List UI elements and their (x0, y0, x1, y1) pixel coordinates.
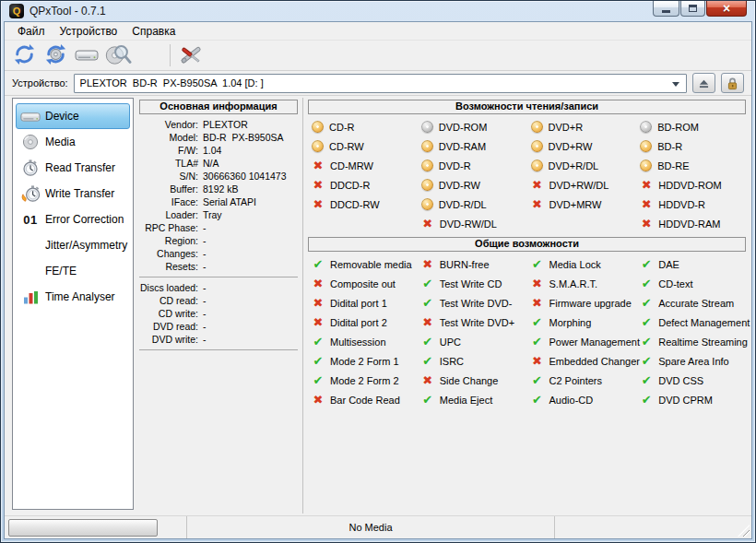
device-combobox[interactable]: PLEXTOR BD-R PX-B950SA 1.04 [D: ] (74, 74, 687, 93)
status-message-cell: No Media (187, 516, 555, 538)
capability-label: DVD+R (549, 122, 584, 133)
capability-label: DVD CSS (658, 375, 703, 386)
capability-item: ✖DVD-RW/DL (418, 214, 527, 233)
cross-icon: ✖ (312, 277, 325, 290)
check-icon: ✔ (640, 336, 653, 348)
info-row: TLA#N/A (139, 157, 298, 170)
info-row-label: Vendor: (139, 119, 198, 130)
capability-label: Media Eject (440, 395, 492, 406)
capability-item: ✖Didital port 1 (308, 293, 418, 313)
info-row: DVD write:- (139, 333, 298, 346)
sidebar-item-write-transfer[interactable]: Write Transfer (16, 181, 130, 207)
status-bar: No Media (5, 515, 751, 538)
capability-label: Firmware upgrade (549, 298, 632, 309)
info-row-value: - (203, 222, 207, 233)
sidebar-item-label: Time Analyser (45, 290, 115, 303)
capability-label: Morphing (549, 317, 592, 328)
disc-readonly-icon (640, 121, 652, 133)
window-title: QPxTool - 0.7.1 (30, 5, 106, 18)
check-icon: ✔ (640, 374, 653, 387)
capability-item: ✖DVD+MRW (527, 195, 637, 214)
rescan-bus-button[interactable] (8, 41, 40, 69)
info-row-value: - (203, 321, 207, 332)
preferences-button[interactable] (175, 41, 207, 69)
info-row: RPC Phase:- (139, 221, 298, 234)
menu-device[interactable]: Устройство (53, 23, 125, 40)
app-icon-letter: Q (13, 6, 21, 17)
capability-item: ✖Bar Code Read (308, 390, 418, 409)
minimize-button[interactable] (653, 1, 679, 17)
info-row-value: 30666360 1041473 (203, 171, 287, 182)
device-selector-row: Устройство: PLEXTOR BD-R PX-B950SA 1.04 … (5, 71, 751, 96)
window-controls: × (652, 1, 747, 17)
info-row-label: Region: (139, 235, 198, 246)
sidebar-item-read-transfer[interactable]: Read Transfer (16, 155, 130, 181)
capability-label: CD-MRW (330, 160, 373, 171)
info-row-value: BD-R PX-B950SA (203, 132, 284, 143)
drive-button[interactable] (71, 41, 102, 69)
cross-icon: ✖ (421, 218, 434, 230)
info-row: Changes:- (139, 247, 298, 260)
capability-label: BD-R (657, 141, 682, 152)
lock-button[interactable] (721, 73, 744, 93)
menu-help[interactable]: Справка (124, 23, 183, 40)
capability-item: ✔Test Write DVD- (418, 293, 527, 313)
info-row-label: DVD write: (139, 334, 198, 345)
update-media-button[interactable] (40, 41, 71, 69)
sidebar-item-time-analyser[interactable]: Time Analyser (16, 284, 130, 310)
sidebar-item-jitter-asymmetry[interactable]: Jitter/Asymmetry (16, 232, 130, 258)
capability-label: DVD+MRW (549, 199, 602, 210)
digits-01-icon: 01 (20, 213, 41, 227)
capability-item: ✔Removable media (308, 254, 418, 274)
toolbar-separator (170, 44, 171, 66)
capability-label: Defect Management (658, 317, 750, 328)
info-row-value: - (203, 308, 207, 319)
maximize-button[interactable] (680, 1, 705, 17)
capability-label: Didital port 2 (330, 317, 387, 328)
capability-column: ✖BURN-free✔Test Write CD✔Test Write DVD-… (418, 254, 527, 409)
resize-grip[interactable] (738, 525, 750, 537)
sidebar-item-media[interactable]: Media (16, 129, 130, 155)
capability-label: UPC (440, 336, 461, 348)
check-icon: ✔ (640, 277, 653, 290)
check-icon: ✔ (312, 258, 325, 271)
sidebar-item-label: Device (45, 110, 79, 123)
capability-label: DVD-R (439, 160, 471, 171)
capability-label: BURN-free (440, 259, 490, 270)
capability-item: ✖HDDVD-R (636, 195, 746, 214)
titlebar[interactable]: Q QPxTool - 0.7.1 × (4, 1, 752, 21)
capability-label: DDCD-RW (330, 199, 380, 210)
sidebar-item-error-correction[interactable]: 01Error Correction (16, 207, 130, 232)
info-row-label: Model: (139, 132, 198, 143)
check-icon: ✔ (640, 316, 653, 329)
capability-label: BD-RE (657, 160, 689, 171)
info-row-label: Resets: (139, 261, 198, 272)
scan-media-button[interactable] (102, 41, 134, 69)
capability-item: ✔Realtime Streaming (636, 332, 746, 351)
info-row: F/W:1.04 (139, 144, 298, 157)
info-row-value: - (203, 334, 207, 345)
capability-item: DVD+RW (527, 136, 637, 156)
cross-icon: ✖ (531, 277, 544, 290)
disc-writable-icon (421, 198, 433, 210)
sidebar-item-label: Jitter/Asymmetry (45, 239, 127, 252)
menu-file[interactable]: Файл (10, 23, 53, 40)
sidebar-item-fe-te[interactable]: FE/TE (16, 258, 130, 284)
stop-button[interactable] (134, 41, 165, 69)
capability-label: DVD+RW (549, 141, 593, 152)
check-icon: ✔ (640, 258, 653, 271)
capability-label: C2 Pointers (549, 375, 602, 386)
info-row-value: Serial ATAPI (203, 196, 256, 207)
capability-item: ✖DVD+RW/DL (527, 175, 637, 195)
sidebar-item-device[interactable]: Device (16, 103, 130, 129)
client-area: ФайлУстройствоСправка Устройство: PLEXTO… (4, 21, 752, 539)
eject-button[interactable] (692, 73, 715, 93)
info-row-label: Discs loaded: (139, 282, 198, 293)
capability-item: ✔Defect Management (636, 313, 746, 332)
refresh-disc-icon (43, 42, 68, 68)
info-row-value: 1.04 (203, 145, 221, 156)
disc-writable-icon (421, 179, 433, 191)
close-button[interactable]: × (706, 1, 747, 17)
toolbar (5, 41, 751, 71)
capability-item: ✔Mode 2 Form 1 (308, 351, 418, 371)
